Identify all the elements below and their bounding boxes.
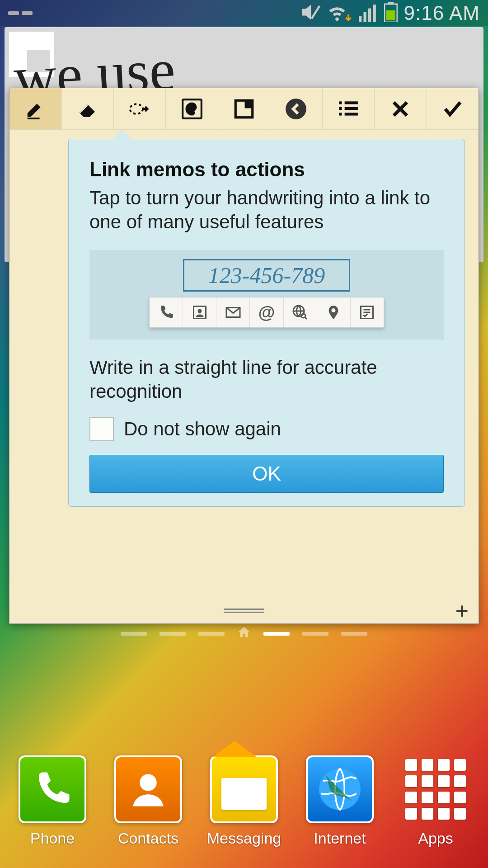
resize-handle[interactable]: [224, 609, 264, 613]
pen-tool-button[interactable]: [9, 88, 61, 129]
svg-rect-1: [359, 16, 361, 22]
messaging-app-icon: [210, 755, 278, 823]
internet-app-icon: [306, 755, 374, 823]
status-bar: 9:16 AM: [0, 0, 488, 26]
minimize-button[interactable]: [218, 88, 270, 129]
svg-point-31: [140, 774, 157, 791]
svg-rect-18: [339, 113, 342, 115]
memo-footer: +: [9, 598, 479, 623]
svg-rect-15: [345, 101, 358, 104]
messaging-app-label: Messaging: [207, 830, 281, 847]
list-button[interactable]: [323, 88, 375, 129]
contacts-app-label: Contacts: [118, 830, 178, 847]
at-icon: @: [250, 297, 283, 327]
location-icon: [317, 297, 351, 327]
tooltip-example: 123-456-789 @: [89, 250, 444, 340]
task-icon: [351, 297, 384, 327]
link-actions-row: @: [149, 297, 384, 328]
svg-rect-17: [345, 107, 358, 109]
svg-line-0: [312, 6, 320, 19]
back-button[interactable]: [270, 88, 322, 129]
memo-toolbar: [9, 88, 479, 130]
svg-rect-2: [363, 12, 366, 22]
mail-icon: [216, 297, 250, 327]
palette-button[interactable]: [166, 88, 218, 129]
handwriting-sample: 123-456-789: [183, 259, 350, 292]
svg-rect-4: [373, 5, 375, 22]
dock: Phone Contacts Messaging Internet Apps: [0, 742, 488, 860]
svg-rect-7: [386, 10, 395, 20]
apps-drawer-icon: [402, 755, 469, 823]
eraser-tool-button[interactable]: [61, 88, 113, 129]
home-page-indicator: [0, 625, 488, 642]
ok-button[interactable]: OK: [89, 455, 444, 493]
wifi-icon: [327, 2, 352, 24]
svg-line-27: [305, 317, 307, 320]
tooltip-tip: Write in a straight line for accurate re…: [89, 356, 444, 403]
internet-app-label: Internet: [314, 830, 366, 847]
svg-rect-12: [246, 102, 250, 107]
clock-time: 9:16 AM: [404, 2, 480, 24]
contact-icon: [183, 297, 216, 327]
add-page-button[interactable]: +: [455, 598, 469, 624]
tooltip-title: Link memos to actions: [89, 158, 444, 181]
contacts-app-icon: [114, 755, 182, 823]
dont-show-checkbox[interactable]: [89, 417, 114, 441]
mute-icon: [301, 3, 320, 24]
svg-rect-19: [345, 113, 358, 115]
svg-rect-3: [368, 9, 371, 22]
svg-rect-14: [339, 101, 342, 104]
home-icon[interactable]: [237, 625, 251, 642]
svg-point-13: [286, 99, 306, 119]
svg-point-9: [130, 104, 143, 113]
battery-icon: [384, 2, 398, 24]
call-icon: [150, 297, 183, 327]
apps-drawer[interactable]: Apps: [393, 755, 479, 847]
link-action-button[interactable]: [114, 88, 166, 129]
svg-rect-16: [339, 107, 342, 109]
internet-app[interactable]: Internet: [297, 755, 383, 847]
contacts-app[interactable]: Contacts: [105, 755, 191, 847]
signal-icon: [359, 3, 378, 24]
phone-app-label: Phone: [30, 830, 75, 847]
messaging-app[interactable]: Messaging: [201, 755, 287, 847]
svg-point-23: [197, 309, 202, 313]
dont-show-label: Do not show again: [124, 418, 281, 440]
phone-app-icon: [19, 755, 86, 823]
hint-tooltip: Link memos to actions Tap to turn your h…: [68, 139, 465, 507]
svg-rect-8: [28, 118, 40, 119]
notification-dashes: [8, 11, 33, 15]
cancel-button[interactable]: [375, 88, 427, 129]
action-memo-panel: Link memos to actions Tap to turn your h…: [9, 88, 479, 624]
globe-search-icon: [284, 297, 317, 327]
tooltip-description: Tap to turn your handwriting into a link…: [89, 186, 444, 234]
apps-drawer-label: Apps: [418, 830, 453, 847]
confirm-button[interactable]: [427, 88, 479, 129]
phone-app[interactable]: Phone: [9, 755, 95, 847]
